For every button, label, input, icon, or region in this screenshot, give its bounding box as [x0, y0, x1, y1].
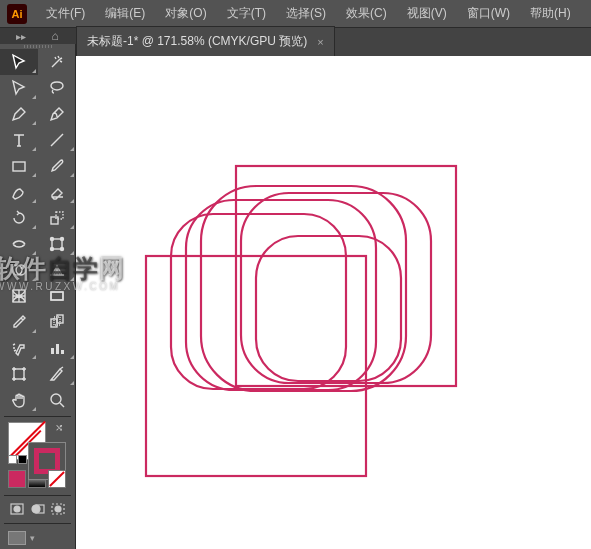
- mesh-tool[interactable]: [0, 283, 38, 309]
- svg-point-9: [61, 248, 64, 251]
- type-tool[interactable]: [0, 127, 38, 153]
- hand-tool[interactable]: [0, 387, 38, 413]
- menu-select[interactable]: 选择(S): [276, 1, 336, 26]
- svg-rect-29: [186, 200, 376, 390]
- menu-window[interactable]: 窗口(W): [457, 1, 520, 26]
- draw-normal-icon[interactable]: [8, 500, 26, 518]
- screen-mode-icon[interactable]: [8, 531, 26, 545]
- svg-point-19: [51, 394, 61, 404]
- svg-rect-14: [51, 292, 63, 300]
- swap-fill-stroke-icon[interactable]: ⤭: [55, 422, 67, 434]
- width-tool[interactable]: [0, 231, 38, 257]
- svg-rect-18: [14, 369, 24, 379]
- close-icon[interactable]: ×: [317, 36, 323, 48]
- fill-stroke-control[interactable]: ⤭: [8, 422, 67, 450]
- menu-edit[interactable]: 编辑(E): [95, 1, 155, 26]
- screen-mode-row: ▾: [0, 527, 75, 549]
- svg-rect-31: [256, 236, 401, 381]
- svg-point-8: [51, 248, 54, 251]
- svg-rect-13: [51, 292, 63, 300]
- svg-rect-3: [51, 217, 58, 224]
- menu-file[interactable]: 文件(F): [36, 1, 95, 26]
- document-area: 未标题-1* @ 171.58% (CMYK/GPU 预览) ×: [76, 28, 591, 549]
- artwork: [136, 156, 476, 496]
- color-mode-solid[interactable]: [8, 470, 26, 488]
- rotate-tool[interactable]: [0, 205, 38, 231]
- rectangle-tool[interactable]: [0, 153, 38, 179]
- draw-inside-icon[interactable]: [49, 500, 67, 518]
- svg-point-6: [51, 238, 54, 241]
- pen-tool[interactable]: [0, 101, 38, 127]
- shape-builder-tool[interactable]: [0, 257, 38, 283]
- slice-tool[interactable]: [38, 361, 76, 387]
- line-tool[interactable]: [38, 127, 76, 153]
- default-fill-stroke-icon[interactable]: [8, 455, 27, 464]
- home-icon[interactable]: ⌂: [48, 30, 62, 42]
- color-mode-none[interactable]: [48, 470, 66, 488]
- lasso-tool[interactable]: [38, 75, 76, 101]
- eyedropper-tool[interactable]: [0, 309, 38, 335]
- toolbox-panel: ⤭ ▾: [0, 44, 76, 549]
- canvas-viewport[interactable]: [76, 56, 591, 549]
- shaper-tool[interactable]: [0, 179, 38, 205]
- eraser-tool[interactable]: [38, 179, 76, 205]
- zoom-tool[interactable]: [38, 387, 76, 413]
- svg-point-7: [61, 238, 64, 241]
- symbol-sprayer-tool[interactable]: [0, 335, 38, 361]
- panel-toggle-icon[interactable]: ▸▸: [14, 30, 28, 42]
- app-logo: Ai: [4, 4, 30, 24]
- chevron-down-icon[interactable]: ▾: [30, 533, 35, 543]
- paintbrush-tool[interactable]: [38, 153, 76, 179]
- svg-rect-30: [171, 214, 346, 389]
- svg-point-21: [14, 506, 20, 512]
- column-graph-tool[interactable]: [38, 335, 76, 361]
- canvas[interactable]: [76, 56, 591, 549]
- tools-grid: [0, 49, 75, 413]
- draw-behind-icon[interactable]: [29, 500, 47, 518]
- scale-tool[interactable]: [38, 205, 76, 231]
- gradient-tool[interactable]: [38, 283, 76, 309]
- direct-selection-tool[interactable]: [0, 75, 38, 101]
- svg-point-25: [55, 506, 61, 512]
- menu-effect[interactable]: 效果(C): [336, 1, 397, 26]
- document-tab[interactable]: 未标题-1* @ 171.58% (CMYK/GPU 预览) ×: [76, 26, 335, 56]
- artboard-tool[interactable]: [0, 361, 38, 387]
- perspective-grid-tool[interactable]: [38, 257, 76, 283]
- free-transform-tool[interactable]: [38, 231, 76, 257]
- menu-view[interactable]: 视图(V): [397, 1, 457, 26]
- control-strip: ▸▸ ⌂: [0, 28, 76, 44]
- curvature-tool[interactable]: [38, 101, 76, 127]
- magic-wand-tool[interactable]: [38, 49, 76, 75]
- selection-tool[interactable]: [0, 49, 38, 75]
- draw-mode-row: [0, 498, 75, 520]
- document-tab-label: 未标题-1* @ 171.58% (CMYK/GPU 预览): [87, 33, 307, 50]
- document-tabs: 未标题-1* @ 171.58% (CMYK/GPU 预览) ×: [76, 28, 591, 56]
- menu-help[interactable]: 帮助(H): [520, 1, 581, 26]
- menu-items: 文件(F) 编辑(E) 对象(O) 文字(T) 选择(S) 效果(C) 视图(V…: [36, 1, 581, 26]
- menu-object[interactable]: 对象(O): [155, 1, 216, 26]
- svg-rect-2: [13, 162, 25, 171]
- menu-type[interactable]: 文字(T): [217, 1, 276, 26]
- svg-text:Ai: Ai: [12, 8, 23, 20]
- blend-tool[interactable]: [38, 309, 76, 335]
- svg-rect-4: [56, 212, 63, 219]
- menu-bar: Ai 文件(F) 编辑(E) 对象(O) 文字(T) 选择(S) 效果(C) 视…: [0, 0, 591, 28]
